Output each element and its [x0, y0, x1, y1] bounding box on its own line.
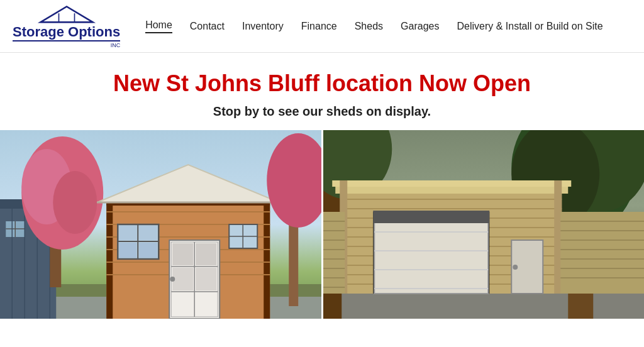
site-header: Storage Options INC Home Contact Invento… — [0, 0, 644, 53]
image-divider — [321, 130, 323, 319]
svg-rect-22 — [264, 199, 270, 319]
nav-contact[interactable]: Contact — [190, 21, 225, 32]
nav-finance[interactable]: Finance — [301, 21, 337, 32]
svg-rect-102 — [560, 212, 644, 294]
shed-image-left — [0, 130, 321, 319]
svg-rect-40 — [196, 243, 216, 265]
shed-image-right — [323, 130, 645, 319]
logo[interactable]: Storage Options INC — [13, 4, 120, 48]
svg-rect-79 — [332, 180, 571, 187]
nav-home[interactable]: Home — [145, 19, 172, 33]
nav-sheds[interactable]: Sheds — [355, 21, 383, 32]
svg-rect-48 — [119, 226, 136, 240]
nav-delivery[interactable]: Delivery & Install or Build on Site — [457, 21, 602, 32]
nav-inventory[interactable]: Inventory — [242, 21, 284, 32]
svg-point-92 — [513, 265, 518, 270]
hero-images — [0, 130, 644, 319]
svg-point-43 — [170, 277, 175, 282]
svg-marker-0 — [40, 6, 92, 22]
svg-rect-42 — [196, 268, 216, 290]
shed-right-svg — [323, 130, 645, 319]
hero-subtitle: Stop by to see our sheds on display. — [13, 104, 631, 119]
logo-inc: INC — [13, 42, 120, 48]
svg-rect-51 — [139, 243, 157, 258]
svg-rect-41 — [172, 268, 193, 290]
svg-rect-60 — [323, 294, 645, 319]
svg-point-19 — [53, 171, 97, 234]
hero-section: New St Johns Bluff location Now Open Sto… — [0, 53, 644, 130]
nav-garages[interactable]: Garages — [401, 21, 439, 32]
svg-rect-89 — [373, 211, 489, 223]
main-nav: Home Contact Inventory Finance Sheds Gar… — [145, 19, 602, 33]
svg-rect-93 — [323, 212, 345, 294]
svg-rect-83 — [374, 213, 488, 294]
shed-left-svg — [0, 130, 321, 319]
svg-rect-39 — [172, 243, 193, 265]
svg-rect-21 — [106, 199, 113, 319]
logo-roof-icon — [35, 4, 98, 24]
logo-text: Storage Options — [13, 25, 120, 41]
hero-title: New St Johns Bluff location Now Open — [13, 70, 631, 97]
svg-rect-50 — [119, 243, 136, 258]
svg-rect-49 — [139, 226, 157, 240]
